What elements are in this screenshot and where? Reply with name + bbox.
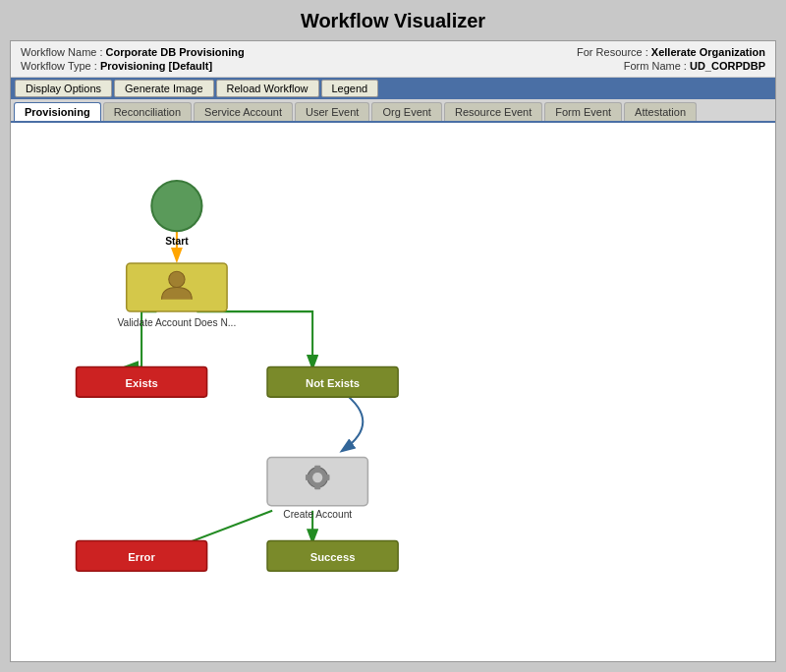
reload-workflow-button[interactable]: Reload Workflow bbox=[216, 80, 319, 97]
tab-provisioning[interactable]: Provisioning bbox=[14, 102, 101, 121]
svg-rect-16 bbox=[306, 475, 310, 480]
tab-service-account[interactable]: Service Account bbox=[194, 102, 293, 121]
svg-text:Error: Error bbox=[128, 551, 155, 563]
page-title: Workflow Visualizer bbox=[301, 10, 485, 32]
svg-text:Start: Start bbox=[165, 236, 189, 247]
svg-text:Success: Success bbox=[310, 551, 356, 563]
for-resource-label: For Resource : Xellerate Organization bbox=[577, 46, 765, 58]
tab-form-event[interactable]: Form Event bbox=[544, 102, 622, 121]
main-panel: Workflow Name : Corporate DB Provisionin… bbox=[10, 40, 776, 662]
workflow-canvas: Start Validate Account Does N... Exists … bbox=[11, 123, 775, 661]
tab-attestation[interactable]: Attestation bbox=[624, 102, 697, 121]
svg-text:Not Exists: Not Exists bbox=[306, 377, 360, 389]
legend-button[interactable]: Legend bbox=[321, 80, 379, 97]
workflow-type-label: Workflow Type : Provisioning [Default] bbox=[21, 60, 212, 72]
tab-reconciliation[interactable]: Reconciliation bbox=[103, 102, 192, 121]
display-options-button[interactable]: Display Options bbox=[15, 80, 112, 97]
generate-image-button[interactable]: Generate Image bbox=[114, 80, 214, 97]
info-bar: Workflow Name : Corporate DB Provisionin… bbox=[11, 41, 775, 78]
tab-resource-event[interactable]: Resource Event bbox=[444, 102, 542, 121]
svg-text:Create Account: Create Account bbox=[283, 509, 352, 520]
page-wrapper: Workflow Visualizer Workflow Name : Corp… bbox=[0, 0, 786, 672]
svg-text:Validate Account Does N...: Validate Account Does N... bbox=[118, 317, 237, 328]
svg-rect-17 bbox=[324, 475, 329, 480]
svg-text:Exists: Exists bbox=[126, 377, 158, 389]
tab-user-event[interactable]: User Event bbox=[295, 102, 369, 121]
svg-point-5 bbox=[169, 271, 185, 287]
toolbar: Display Options Generate Image Reload Wo… bbox=[11, 78, 775, 99]
svg-point-2 bbox=[151, 181, 201, 231]
form-name-label: Form Name : UD_CORPDBP bbox=[624, 60, 765, 72]
workflow-svg: Start Validate Account Does N... Exists … bbox=[11, 123, 775, 661]
info-row-2: Workflow Type : Provisioning [Default] F… bbox=[21, 60, 765, 72]
workflow-name-label: Workflow Name : Corporate DB Provisionin… bbox=[21, 46, 245, 58]
svg-rect-14 bbox=[314, 466, 320, 471]
svg-rect-15 bbox=[314, 484, 320, 489]
svg-point-13 bbox=[312, 473, 322, 482]
tabs-row: Provisioning Reconciliation Service Acco… bbox=[11, 99, 775, 123]
tab-org-event[interactable]: Org Event bbox=[371, 102, 442, 121]
info-row-1: Workflow Name : Corporate DB Provisionin… bbox=[21, 46, 765, 58]
